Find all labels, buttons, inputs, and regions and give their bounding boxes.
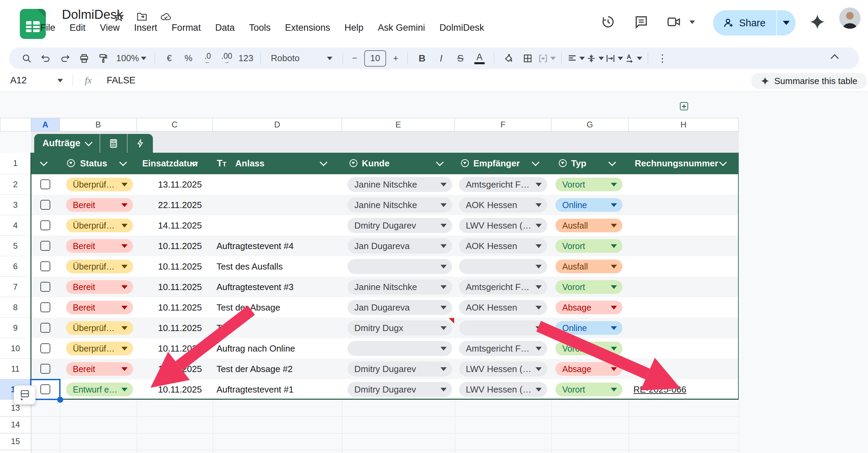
version-history-icon[interactable]	[601, 14, 616, 29]
row-header-6[interactable]: 6	[0, 256, 31, 277]
name-box[interactable]: A12	[10, 69, 27, 92]
einsatzdatum-cell[interactable]: 10.11.2025	[158, 297, 202, 318]
comments-icon[interactable]	[634, 14, 649, 29]
header-dropdown-chevron[interactable]	[41, 160, 47, 166]
row-checkbox[interactable]	[40, 179, 50, 189]
menu-dolmidesk[interactable]: DolmiDesk	[439, 23, 484, 33]
empfaenger-select[interactable]: AOK Hessen	[459, 238, 547, 253]
redo-button[interactable]	[55, 53, 75, 64]
status-chip[interactable]: Überprüf…	[66, 342, 133, 355]
star-button[interactable]	[113, 11, 124, 23]
menu-edit[interactable]: Edit	[70, 23, 86, 33]
anlass-cell[interactable]: Test der Absage #2	[216, 359, 293, 379]
empfaenger-select[interactable]: Amtsgericht F…	[459, 279, 547, 294]
row-checkbox[interactable]	[40, 220, 50, 230]
einsatzdatum-cell[interactable]: 10.11.2025	[158, 379, 202, 400]
kunde-select[interactable]: Janine Nitschke	[347, 177, 452, 192]
row-checkbox[interactable]	[40, 323, 50, 333]
paint-format-button[interactable]	[94, 53, 113, 64]
empfaenger-select[interactable]: Amtsgericht F…	[459, 177, 547, 192]
typ-chip[interactable]: Vorort	[555, 342, 622, 355]
status-chip[interactable]: Überprüf…	[66, 178, 133, 191]
typ-chip[interactable]: Absage	[555, 362, 622, 376]
row-header-15[interactable]: 15	[0, 433, 31, 450]
more-toolbar-button[interactable]: ⋮	[653, 52, 672, 64]
kunde-select[interactable]: Dmitry Dugarev	[347, 218, 452, 233]
header-dropdown-chevron[interactable]	[609, 160, 615, 166]
status-chip[interactable]: Überprüf…	[66, 219, 133, 232]
typ-chip[interactable]: Vorort	[555, 178, 622, 191]
add-column-button[interactable]: +	[680, 102, 688, 110]
empfaenger-select[interactable]: AOK Hessen	[459, 300, 547, 315]
search-icon[interactable]	[17, 53, 36, 64]
text-color-button[interactable]: A	[470, 53, 489, 64]
menu-insert[interactable]: Insert	[134, 23, 157, 33]
menu-ask-gemini[interactable]: Ask Gemini	[378, 23, 425, 33]
table-tab-name[interactable]: Aufträge	[34, 134, 100, 153]
einsatzdatum-cell[interactable]: 14.11.2025	[158, 215, 202, 236]
zoom-select[interactable]: 100%	[113, 53, 150, 64]
empfaenger-select[interactable]	[459, 259, 547, 274]
share-button[interactable]: Share	[713, 17, 770, 29]
status-chip[interactable]: Bereit	[66, 362, 133, 376]
column-header-E[interactable]: E	[342, 118, 455, 132]
increase-font-size-button[interactable]: +	[389, 53, 403, 64]
status-chip[interactable]: Bereit	[66, 239, 133, 253]
column-header-C[interactable]: C	[137, 118, 213, 132]
einsatzdatum-cell[interactable]: 10.11.2025	[158, 277, 202, 297]
vertical-align-button[interactable]	[586, 53, 605, 64]
status-chip[interactable]: Entwurf e…	[66, 383, 133, 396]
cloud-saved-icon[interactable]	[160, 11, 172, 23]
borders-button[interactable]	[518, 53, 537, 64]
print-button[interactable]	[75, 53, 94, 64]
kunde-select[interactable]	[347, 259, 452, 274]
anlass-cell[interactable]: Test der Absage	[216, 297, 280, 318]
column-header-G[interactable]: G	[551, 118, 629, 132]
row-checkbox[interactable]	[40, 302, 50, 312]
row-header-8[interactable]: 8	[0, 297, 31, 318]
anlass-cell[interactable]: Auftragtestevent #4	[216, 236, 293, 256]
table-tools-button[interactable]	[100, 134, 127, 153]
row-checkbox[interactable]	[40, 200, 50, 210]
text-rotation-button[interactable]: A	[624, 53, 643, 64]
italic-button[interactable]: I	[432, 53, 451, 64]
text-wrap-button[interactable]	[605, 53, 624, 64]
gemini-sparkle-icon[interactable]	[809, 14, 826, 30]
increase-decimal-button[interactable]: .00→	[217, 53, 236, 64]
kunde-select[interactable]: Dmitry Dugarev	[347, 361, 452, 376]
currency-format-button[interactable]: €	[160, 53, 179, 64]
row-checkbox[interactable]	[40, 282, 50, 292]
anlass-cell[interactable]: Auftragtestevent #1	[216, 379, 293, 400]
menu-view[interactable]: View	[100, 23, 120, 33]
einsatzdatum-cell[interactable]: 22.11.2025	[158, 195, 202, 215]
table-header-typ[interactable]: Typ	[571, 153, 586, 174]
kunde-select[interactable]: Janine Nitschke	[347, 279, 452, 294]
strikethrough-button[interactable]: S	[451, 53, 470, 64]
table-header-anlass[interactable]: Anlass	[235, 153, 264, 174]
table-header-rechnungsnummer[interactable]: Rechnungsnummer	[635, 153, 718, 174]
anlass-cell[interactable]: Auftrag nach Online	[216, 338, 295, 359]
row-checkbox[interactable]	[40, 364, 50, 374]
status-chip[interactable]: Bereit	[66, 198, 133, 212]
empfaenger-select[interactable]: LWV Hessen (…	[459, 218, 547, 233]
share-dropdown[interactable]	[777, 21, 795, 25]
row-header-9[interactable]: 9	[0, 318, 31, 338]
header-dropdown-chevron[interactable]	[437, 160, 443, 166]
column-header-A[interactable]: A	[31, 118, 60, 132]
decrease-decimal-button[interactable]: .0←	[198, 53, 217, 64]
column-header-B[interactable]: B	[60, 118, 137, 132]
header-dropdown-chevron[interactable]	[533, 160, 538, 166]
menu-file[interactable]: File	[40, 23, 55, 33]
undo-button[interactable]	[36, 53, 55, 64]
summarise-table-button[interactable]: Summarise this table	[751, 73, 867, 89]
table-header-status[interactable]: Status	[80, 153, 107, 174]
collapse-toolbar-button[interactable]	[825, 55, 844, 61]
header-dropdown-chevron[interactable]	[120, 160, 126, 166]
header-dropdown-chevron[interactable]	[192, 160, 197, 166]
anlass-cell[interactable]: Auftragtestevent #3	[216, 277, 293, 297]
merge-cells-button[interactable]	[537, 53, 556, 64]
fill-color-button[interactable]	[499, 53, 518, 64]
typ-chip[interactable]: Vorort	[555, 280, 622, 294]
table-header-kunde[interactable]: Kunde	[362, 153, 390, 174]
empfaenger-select[interactable]: LWV Hessen (…	[459, 382, 547, 397]
